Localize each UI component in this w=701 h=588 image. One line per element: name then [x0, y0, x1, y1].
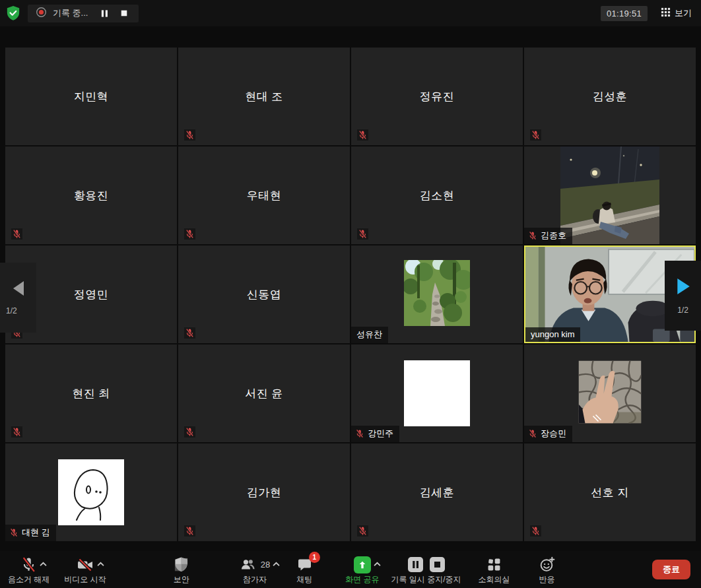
participant-gallery: 지민혁현대 조 정유진 김성훈 황용진 우태현 김소현	[5, 48, 696, 541]
share-screen-icon	[354, 556, 371, 573]
participant-name: 성유찬	[356, 329, 382, 341]
breakout-rooms-icon	[486, 556, 502, 573]
toolbar-item-unmute[interactable]: 음소거 해제	[8, 556, 50, 583]
participant-name-label: yungon kim	[525, 327, 580, 342]
view-button-label: 보기	[675, 7, 692, 19]
toolbar-item-label: 보안	[174, 575, 189, 583]
profile-image	[579, 361, 642, 426]
toolbar-item-breakout-rooms[interactable]: 소회의실	[479, 556, 510, 583]
participant-tile[interactable]: 신동엽	[178, 245, 350, 343]
participant-tile[interactable]: 선호 지	[524, 443, 696, 541]
chevron-up-icon[interactable]	[373, 562, 382, 567]
muted-mic-icon	[357, 525, 368, 537]
participant-tile[interactable]: 서진 윤	[178, 344, 350, 442]
meeting-timer: 01:19:51	[601, 6, 648, 21]
participant-name: 김소현	[351, 147, 523, 244]
toolbar-item-label: 비디오 시작	[64, 575, 106, 583]
participant-tile[interactable]: 황용진	[5, 147, 177, 244]
participant-tile[interactable]: 김종호	[524, 147, 696, 244]
participant-tile[interactable]: 장승민	[524, 344, 696, 442]
participant-name: 현대 조	[178, 48, 350, 145]
muted-mic-icon	[530, 129, 541, 141]
toolbar-item-security[interactable]: 보안	[167, 556, 196, 583]
meeting-info-shield-icon[interactable]	[5, 5, 21, 22]
participant-name-label: 대현 김	[5, 525, 56, 541]
chevron-right-icon	[675, 277, 692, 299]
toolbar-item-label: 채팅	[296, 575, 312, 583]
participant-tile[interactable]: 현대 조	[178, 48, 350, 145]
record-dot-icon	[36, 7, 47, 20]
participant-tile[interactable]: 우태현	[178, 147, 350, 244]
participant-name: 황용진	[5, 147, 177, 244]
participant-count: 28	[261, 560, 270, 570]
participant-tile[interactable]: 지민혁	[5, 48, 177, 145]
top-bar: 기록 중... 01:19:51	[0, 0, 701, 26]
participant-tile[interactable]: 김소현	[351, 147, 523, 244]
participant-name: 강민주	[368, 428, 393, 440]
profile-image	[404, 360, 470, 426]
participant-tile[interactable]: 김성훈	[524, 48, 696, 145]
chevron-up-icon[interactable]	[272, 562, 281, 567]
muted-mic-icon	[184, 129, 195, 141]
toolbar-item-label: 화면 공유	[345, 575, 379, 583]
toolbar-item-chat[interactable]: 1채팅	[290, 556, 319, 583]
participant-name-label: 김종호	[524, 228, 572, 244]
participant-tile[interactable]: 성유찬	[351, 245, 523, 343]
participant-name: 신동엽	[178, 245, 350, 343]
toolbar-item-participants[interactable]: 28참가자	[240, 556, 270, 583]
muted-mic-icon	[184, 426, 195, 438]
security-icon	[174, 556, 189, 573]
participant-name: 김세훈	[351, 443, 523, 541]
start-video-icon	[77, 557, 94, 573]
toolbar-item-label: 참가자	[243, 575, 267, 583]
participant-name-label: 강민주	[351, 426, 399, 442]
participant-name: 지민혁	[5, 48, 177, 145]
toolbar-item-share-screen[interactable]: 화면 공유	[345, 556, 379, 583]
prev-page-button[interactable]: 1/2	[0, 263, 36, 333]
toolbar-item-reactions[interactable]: 반응	[533, 556, 562, 583]
toolbar-item-label: 음소거 해제	[8, 575, 50, 583]
participant-name: 김종호	[541, 230, 566, 242]
toolbar-item-start-video[interactable]: 비디오 시작	[64, 556, 106, 583]
muted-mic-icon	[530, 525, 541, 537]
participant-tile[interactable]: 대현 김	[5, 443, 177, 541]
recording-status-text: 기록 중...	[53, 7, 88, 19]
page-indicator: 1/2	[6, 306, 17, 315]
toolbar-item-label: 소회의실	[479, 575, 510, 583]
page-indicator: 1/2	[677, 306, 688, 315]
reactions-icon	[539, 556, 555, 573]
profile-image	[404, 260, 470, 329]
next-page-button[interactable]: 1/2	[665, 261, 701, 331]
unmute-icon	[20, 556, 37, 573]
record-control-icon	[407, 556, 446, 573]
gallery-view-icon	[661, 7, 671, 19]
participant-name: 정유진	[351, 48, 523, 145]
recording-pause-button[interactable]	[98, 8, 112, 19]
participant-name: 장승민	[541, 428, 566, 440]
chevron-up-icon[interactable]	[96, 562, 105, 567]
participant-tile[interactable]: 현진 최	[5, 344, 177, 442]
muted-mic-icon	[11, 228, 22, 240]
view-button[interactable]: 보기	[657, 7, 696, 20]
toolbar-item-label: 기록 일시 중지/중지	[391, 575, 461, 583]
participant-tile[interactable]: 강민주	[351, 344, 523, 442]
meeting-toolbar: 음소거 해제 비디오 시작 보안 28참가자 1채팅 화면 공유 기록 일시 중…	[0, 551, 701, 588]
participant-name: 대현 김	[22, 527, 50, 539]
participant-name: 서진 윤	[178, 344, 350, 442]
participant-tile[interactable]: 김가현	[178, 443, 350, 541]
chevron-up-icon[interactable]	[39, 562, 48, 567]
recording-stop-button[interactable]	[117, 8, 131, 18]
end-meeting-button[interactable]: 종료	[652, 560, 690, 579]
participant-tile[interactable]: 김세훈	[351, 443, 523, 541]
participant-name: yungon kim	[531, 329, 574, 339]
muted-mic-icon	[184, 228, 195, 240]
muted-mic-icon	[355, 429, 364, 438]
participant-tile[interactable]: 정유진	[351, 48, 523, 145]
participants-icon	[240, 557, 257, 573]
muted-mic-icon	[184, 525, 195, 537]
muted-mic-icon	[9, 528, 18, 537]
toolbar-item-record-control[interactable]: 기록 일시 중지/중지	[391, 556, 461, 583]
muted-mic-icon	[357, 129, 368, 141]
recording-indicator: 기록 중...	[28, 5, 139, 22]
muted-mic-icon	[184, 327, 195, 339]
